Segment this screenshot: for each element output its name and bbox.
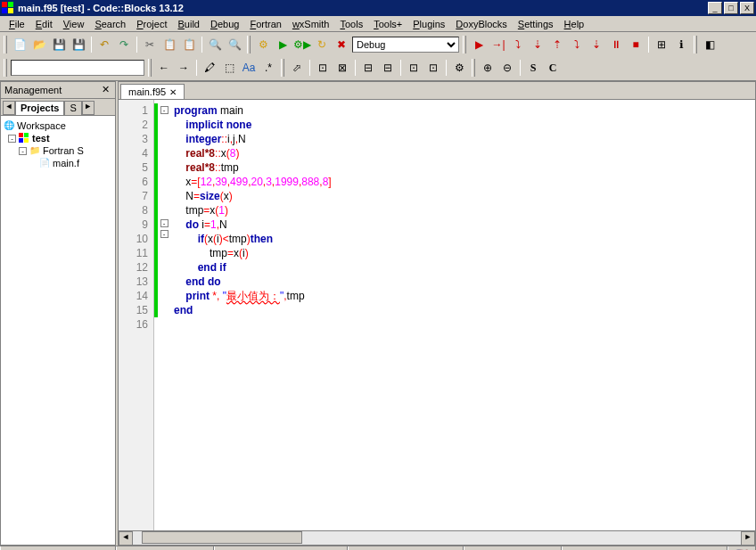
cut-button[interactable]: ✂: [141, 36, 159, 53]
minimize-button[interactable]: _: [708, 2, 722, 14]
code-line[interactable]: real*8::tmp: [174, 160, 755, 175]
highlight-button[interactable]: 🖍: [201, 59, 218, 77]
code-line[interactable]: integer::i,j,N: [174, 132, 755, 146]
project-tree[interactable]: 🌐 Workspace - test - 📁 Fortran S 📄 main.…: [1, 116, 115, 545]
code-line[interactable]: N=size(x): [174, 189, 755, 203]
code-line[interactable]: do i=1,N: [174, 218, 755, 232]
fold-toggle[interactable]: -: [160, 230, 168, 238]
run-button[interactable]: ▶: [274, 36, 292, 53]
menu-tools+[interactable]: Tools+: [368, 19, 407, 29]
menu-project[interactable]: Project: [131, 19, 172, 29]
copy-button[interactable]: 📋: [160, 36, 178, 53]
editor-tab[interactable]: main.f95 ✕: [120, 84, 185, 99]
doxy-block-button[interactable]: ⊟: [359, 59, 377, 77]
code-editor[interactable]: 12345678910111213141516 --- program main…: [119, 99, 755, 530]
fold-toggle[interactable]: -: [160, 219, 168, 227]
code-line[interactable]: end: [174, 303, 755, 317]
doxy-line-button[interactable]: ⊟: [379, 59, 397, 77]
code-line[interactable]: tmp=x(1): [174, 203, 755, 218]
code-line[interactable]: tmp=x(i): [174, 246, 755, 260]
break-button[interactable]: ⏸: [607, 36, 625, 53]
doxy-extract-button[interactable]: ⊠: [333, 59, 351, 77]
management-close-button[interactable]: ✕: [99, 84, 111, 96]
close-button[interactable]: X: [740, 2, 754, 14]
tree-project[interactable]: - test: [3, 132, 113, 144]
menu-file[interactable]: File: [4, 19, 30, 29]
doxy-button[interactable]: ◧: [701, 36, 719, 53]
replace-button[interactable]: 🔍: [226, 36, 243, 53]
tab-symbols[interactable]: S: [64, 101, 81, 115]
tab-close-button[interactable]: ✕: [169, 87, 177, 97]
info-button[interactable]: ℹ: [672, 36, 690, 53]
menu-tools[interactable]: Tools: [334, 19, 368, 29]
save-button[interactable]: 💾: [50, 36, 68, 53]
tab-nav-left[interactable]: ◄: [3, 101, 15, 115]
toolbar-grip[interactable]: [4, 59, 7, 77]
cursor-button[interactable]: ⬀: [288, 59, 306, 77]
debug-start-button[interactable]: ▶: [470, 36, 488, 53]
undo-button[interactable]: ↶: [95, 36, 113, 53]
code-line[interactable]: x=[12,39,499,20,3,1999,888,8]: [174, 175, 755, 189]
toolbar-grip[interactable]: [281, 59, 284, 77]
tab-projects[interactable]: Projects: [15, 101, 64, 115]
source-button[interactable]: S: [524, 59, 542, 77]
nav-fwd-button[interactable]: →: [175, 59, 193, 77]
step-into-button[interactable]: ⇣: [529, 36, 546, 53]
menu-wxsmith[interactable]: wxSmith: [287, 19, 335, 29]
tab-nav-right[interactable]: ►: [82, 101, 94, 115]
zoom-out-button[interactable]: ⊖: [498, 59, 516, 77]
code-line[interactable]: print *, "最小值为：",tmp: [174, 289, 755, 303]
next-instr-button[interactable]: ⤵: [568, 36, 586, 53]
selection-button[interactable]: ⬚: [220, 59, 238, 77]
new-file-button[interactable]: 📄: [11, 36, 29, 53]
menu-edit[interactable]: Edit: [30, 19, 58, 29]
menu-help[interactable]: Help: [559, 19, 590, 29]
code-line[interactable]: real*8::x(8): [174, 146, 755, 160]
code-line[interactable]: end do: [174, 275, 755, 289]
build-button[interactable]: ⚙: [254, 36, 272, 53]
menu-view[interactable]: View: [58, 19, 90, 29]
match-case-button[interactable]: Aa: [240, 59, 258, 77]
fold-toggle[interactable]: -: [160, 106, 168, 114]
stop-debug-button[interactable]: ■: [627, 36, 645, 53]
menu-build[interactable]: Build: [173, 19, 205, 29]
doxy-wiz-button[interactable]: ⊡: [314, 59, 332, 77]
scroll-thumb[interactable]: [142, 531, 302, 544]
menu-doxyblocks[interactable]: DoxyBlocks: [450, 19, 512, 29]
horizontal-scrollbar[interactable]: ◄ ►: [119, 530, 755, 545]
menu-settings[interactable]: Settings: [513, 19, 559, 29]
toolbar-grip[interactable]: [463, 36, 466, 53]
doxy-chm-button[interactable]: ⊡: [424, 59, 442, 77]
find-button[interactable]: 🔍: [206, 36, 224, 53]
doxy-config-button[interactable]: ⚙: [450, 59, 468, 77]
tree-toggle[interactable]: -: [8, 135, 16, 143]
build-run-button[interactable]: ⚙▶: [293, 36, 311, 53]
next-line-button[interactable]: ⤵: [509, 36, 527, 53]
tree-file[interactable]: 📄 main.f: [3, 157, 113, 169]
build-target-select[interactable]: Debug: [352, 37, 459, 53]
toolbar-grip[interactable]: [4, 36, 7, 53]
tree-folder[interactable]: - 📁 Fortran S: [3, 144, 113, 157]
rebuild-button[interactable]: ↻: [313, 36, 331, 53]
search-input[interactable]: [11, 60, 144, 76]
menu-debug[interactable]: Debug: [205, 19, 244, 29]
paste-button[interactable]: 📋: [180, 36, 198, 53]
open-file-button[interactable]: 📂: [30, 36, 48, 53]
toolbar-grip[interactable]: [247, 36, 251, 53]
menu-search[interactable]: Search: [89, 19, 131, 29]
menu-plugins[interactable]: Plugins: [407, 19, 450, 29]
code-line[interactable]: if(x(i)<tmp)then: [174, 232, 755, 246]
save-all-button[interactable]: 💾: [70, 36, 87, 53]
tree-workspace[interactable]: 🌐 Workspace: [3, 119, 113, 132]
abort-button[interactable]: ✖: [333, 36, 350, 53]
toolbar-grip[interactable]: [694, 36, 697, 53]
code-line[interactable]: program main: [174, 103, 755, 118]
toolbar-grip[interactable]: [148, 59, 152, 77]
code-line[interactable]: implicit none: [174, 118, 755, 132]
toolbar-grip[interactable]: [472, 59, 475, 77]
redo-button[interactable]: ↷: [115, 36, 133, 53]
step-into-instr-button[interactable]: ⇣: [588, 36, 605, 53]
tree-toggle[interactable]: -: [19, 147, 27, 155]
maximize-button[interactable]: □: [724, 2, 738, 14]
code-content[interactable]: program main implicit none integer::i,j,…: [170, 100, 755, 530]
